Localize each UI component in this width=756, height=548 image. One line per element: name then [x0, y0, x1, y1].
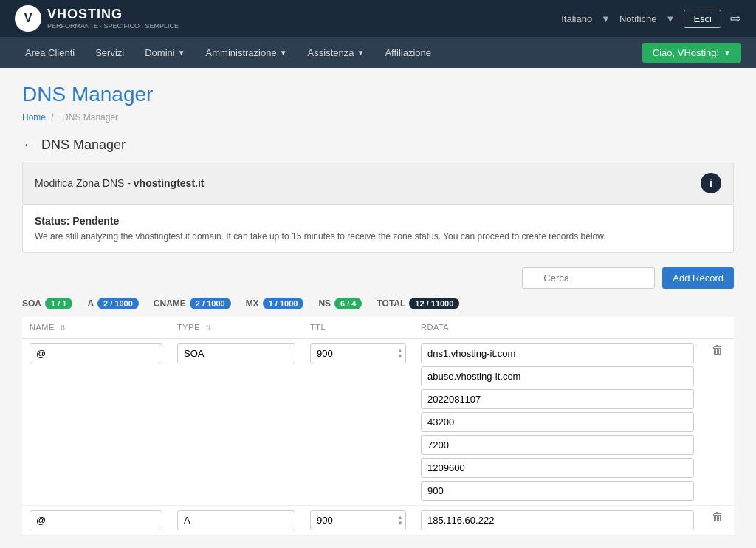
- top-bar: V VHOSTING PERFORMANTE · SPECIFICO · SEM…: [0, 0, 756, 37]
- breadcrumb-home[interactable]: Home: [22, 112, 46, 123]
- delete-record-icon[interactable]: 🗑: [709, 340, 726, 359]
- sort-name-icon[interactable]: ⇅: [60, 323, 66, 332]
- main-nav: Area Clienti Servizi Domini ▼ Amministra…: [0, 37, 756, 68]
- record-name-input[interactable]: [30, 510, 162, 530]
- nav-assistenza[interactable]: Assistenza ▼: [298, 37, 375, 68]
- nav-affiliazione[interactable]: Affiliazione: [374, 37, 441, 68]
- user-greeting[interactable]: Ciao, VHosting! ▼: [642, 43, 741, 63]
- badge-a-count: 2 / 1000: [97, 298, 139, 309]
- section-header: ← DNS Manager: [22, 137, 734, 153]
- rdata-input[interactable]: [421, 435, 694, 455]
- record-name-cell: [22, 506, 170, 535]
- logo-text-block: VHOSTING PERFORMANTE · SPECIFICO · SEMPL…: [47, 7, 179, 30]
- badge-cname: CNAME 2 / 1000: [154, 298, 231, 309]
- logo-icon: V: [15, 5, 41, 32]
- table-header-row: NAME ⇅ TYPE ⇅ TTL RDATA: [22, 317, 734, 338]
- th-type: TYPE ⇅: [170, 317, 303, 338]
- record-rdata-cell: [413, 506, 701, 535]
- th-ttl: TTL: [303, 317, 413, 338]
- logout-button[interactable]: Esci: [684, 10, 721, 28]
- toolbar: 🔍 Add Record: [22, 267, 734, 289]
- language-selector[interactable]: Italiano: [561, 13, 592, 24]
- record-rdata-cell: [413, 338, 701, 506]
- status-description: We are still analyzing the vhostingtest.…: [35, 231, 721, 242]
- search-wrap: 🔍: [522, 267, 655, 289]
- badge-cname-count: 2 / 1000: [190, 298, 231, 309]
- nav-domini[interactable]: Domini ▼: [134, 37, 195, 68]
- badge-mx: MX 1 / 1000: [246, 298, 304, 309]
- status-card: Status: Pendente We are still analyzing …: [22, 205, 734, 253]
- badge-total-count: 12 / 11000: [409, 298, 459, 309]
- record-action-cell: 🗑: [701, 506, 734, 535]
- ttl-spinner[interactable]: ▲▼: [397, 515, 403, 527]
- add-record-button[interactable]: Add Record: [662, 267, 734, 289]
- badge-total: TOTAL 12 / 11000: [377, 298, 459, 309]
- nav-area-clienti[interactable]: Area Clienti: [15, 37, 85, 68]
- dns-table: NAME ⇅ TYPE ⇅ TTL RDATA: [22, 317, 734, 535]
- rdata-input[interactable]: [421, 510, 694, 530]
- dns-zone-domain: vhostingtest.it: [134, 177, 205, 189]
- record-ttl-input[interactable]: [310, 343, 406, 363]
- search-input[interactable]: [522, 267, 655, 289]
- record-name-cell: [22, 338, 170, 506]
- status-title: Status: Pendente: [35, 215, 721, 227]
- table-row: ▲▼ 🗑: [22, 338, 734, 506]
- badge-mx-count: 1 / 1000: [263, 298, 304, 309]
- badge-ns-count: 6 / 4: [334, 298, 362, 309]
- record-ttl-cell: ▲▼: [303, 338, 413, 506]
- ttl-wrap: ▲▼: [310, 343, 406, 363]
- rdata-input[interactable]: [421, 481, 694, 501]
- rdata-list: [421, 343, 694, 501]
- table-row: ▲▼ 🗑: [22, 506, 734, 535]
- record-action-cell: 🗑: [701, 338, 734, 506]
- breadcrumb: Home / DNS Manager: [22, 112, 734, 123]
- info-icon[interactable]: i: [701, 173, 721, 193]
- record-type-input[interactable]: [177, 510, 295, 530]
- notifications-button[interactable]: Notifiche: [619, 13, 657, 24]
- section-title: DNS Manager: [41, 137, 126, 153]
- breadcrumb-current: DNS Manager: [62, 112, 118, 123]
- page-title: DNS Manager: [22, 83, 734, 106]
- th-name: NAME ⇅: [22, 317, 170, 338]
- breadcrumb-separator: /: [51, 112, 53, 123]
- logo-name: VHOSTING: [47, 7, 123, 21]
- record-ttl-cell: ▲▼: [303, 506, 413, 535]
- badge-soa: SOA 1 / 1: [22, 298, 72, 309]
- badges-row: SOA 1 / 1 A 2 / 1000 CNAME 2 / 1000 MX 1…: [22, 298, 734, 309]
- dns-zone-title: Modifica Zona DNS - vhostingtest.it: [35, 177, 205, 189]
- sort-type-icon[interactable]: ⇅: [205, 323, 212, 332]
- logo-area: V VHOSTING PERFORMANTE · SPECIFICO · SEM…: [15, 5, 179, 32]
- rdata-input[interactable]: [421, 412, 694, 432]
- record-ttl-input[interactable]: [310, 510, 406, 530]
- record-name-input[interactable]: [30, 343, 162, 363]
- logout-icon[interactable]: ⇨: [730, 10, 741, 27]
- dns-zone-card: Modifica Zona DNS - vhostingtest.it i: [22, 162, 734, 205]
- rdata-input[interactable]: [421, 343, 694, 363]
- badge-soa-count: 1 / 1: [45, 298, 72, 309]
- rdata-input[interactable]: [421, 458, 694, 478]
- badge-ns: NS 6 / 4: [318, 298, 362, 309]
- nav-servizi[interactable]: Servizi: [85, 37, 134, 68]
- record-type-cell: [170, 506, 303, 535]
- ttl-spinner[interactable]: ▲▼: [397, 348, 403, 360]
- record-type-input[interactable]: [177, 343, 295, 363]
- back-arrow-icon[interactable]: ←: [22, 137, 35, 153]
- logo: V VHOSTING PERFORMANTE · SPECIFICO · SEM…: [15, 5, 179, 32]
- delete-record-icon[interactable]: 🗑: [709, 507, 726, 526]
- ttl-wrap: ▲▼: [310, 510, 406, 530]
- rdata-input[interactable]: [421, 366, 694, 386]
- rdata-list: [421, 510, 694, 530]
- page-content: DNS Manager Home / DNS Manager ← DNS Man…: [0, 68, 756, 548]
- th-action: [701, 317, 734, 338]
- rdata-input[interactable]: [421, 389, 694, 409]
- nav-amministrazione[interactable]: Amministrazione ▼: [196, 37, 298, 68]
- th-rdata: RDATA: [413, 317, 701, 338]
- badge-a: A 2 / 1000: [87, 298, 138, 309]
- record-type-cell: [170, 338, 303, 506]
- logo-sub: PERFORMANTE · SPECIFICO · SEMPLICE: [47, 22, 179, 30]
- top-bar-right: Italiano ▼ Notifiche ▼ Esci ⇨: [561, 10, 741, 28]
